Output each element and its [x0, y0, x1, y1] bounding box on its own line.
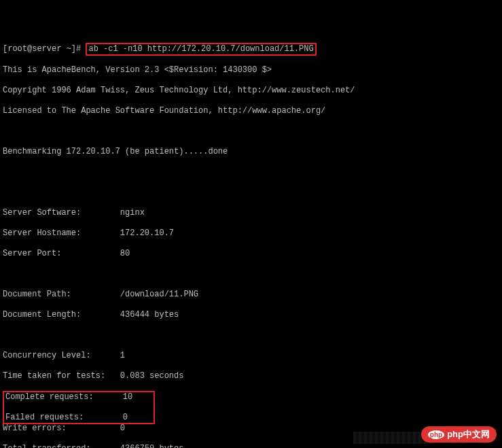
label: Server Hostname: — [3, 228, 81, 238]
value: 1 — [120, 351, 125, 360]
value: 0 — [120, 424, 125, 433]
server-software: Server Software: nginx — [3, 208, 499, 218]
label: Time taken for tests: — [3, 371, 105, 381]
total-transferred: Total transferred: 4366750 bytes — [3, 444, 499, 448]
prompt-symbol: # — [76, 44, 81, 54]
blank-line — [3, 188, 499, 198]
label: Total transferred: — [3, 444, 91, 448]
blank-line — [3, 126, 499, 137]
prompt-cwd: ~ — [67, 44, 71, 54]
value: 0 — [123, 413, 128, 422]
blank-line — [3, 269, 499, 279]
document-length: Document Length: 436444 bytes — [3, 310, 499, 320]
php-icon: php — [428, 430, 444, 439]
blank-line — [3, 330, 499, 341]
server-port: Server Port: 80 — [3, 249, 499, 259]
label: Write errors: — [3, 424, 67, 433]
value: 10 — [123, 392, 132, 402]
prompt-line[interactable]: [root@server ~]# ab -c1 -n10 http://172.… — [3, 44, 499, 55]
label: Failed requests: — [5, 413, 84, 422]
label: Document Path: — [3, 290, 71, 299]
concurrency-level: Concurrency Level: 1 — [3, 351, 499, 361]
label: Server Port: — [3, 249, 61, 258]
failed-requests: Failed requests: 0 — [5, 413, 152, 423]
header-line-2: Copyright 1996 Adam Twiss, Zeus Technolo… — [3, 86, 499, 96]
value: nginx — [120, 208, 145, 218]
value: 80 — [120, 249, 130, 258]
requests-highlight: Complete requests: 10 Failed requests: 0 — [3, 391, 155, 424]
watermark-text: php中文网 — [447, 429, 490, 439]
header-line-1: This is ApacheBench, Version 2.3 <$Revis… — [3, 65, 499, 75]
command-text: ab -c1 -n10 http://172.20.10.7/download/… — [88, 44, 313, 54]
document-path: Document Path: /download/11.PNG — [3, 290, 499, 300]
time-taken: Time taken for tests: 0.083 seconds — [3, 371, 499, 381]
benchmarking-line: Benchmarking 172.20.10.7 (be patient)...… — [3, 147, 499, 157]
value: 0.083 seconds — [120, 371, 184, 381]
command-highlight: ab -c1 -n10 http://172.20.10.7/download/… — [86, 43, 316, 56]
blank-line — [3, 167, 499, 177]
label: Concurrency Level: — [3, 351, 91, 360]
prompt-host: server — [32, 44, 61, 54]
value: 436444 bytes — [120, 310, 179, 320]
prompt-user: root — [7, 44, 27, 54]
label: Document Length: — [3, 310, 81, 320]
value: /download/11.PNG — [120, 290, 198, 299]
value: 172.20.10.7 — [120, 228, 174, 238]
header-line-3: Licensed to The Apache Software Foundati… — [3, 106, 499, 116]
server-hostname: Server Hostname: 172.20.10.7 — [3, 228, 499, 239]
complete-requests: Complete requests: 10 — [5, 392, 152, 402]
label: Complete requests: — [5, 392, 94, 402]
value: 4366750 bytes — [120, 444, 184, 448]
watermark-badge: phpphp中文网 — [421, 426, 497, 443]
label: Server Software: — [3, 208, 81, 218]
